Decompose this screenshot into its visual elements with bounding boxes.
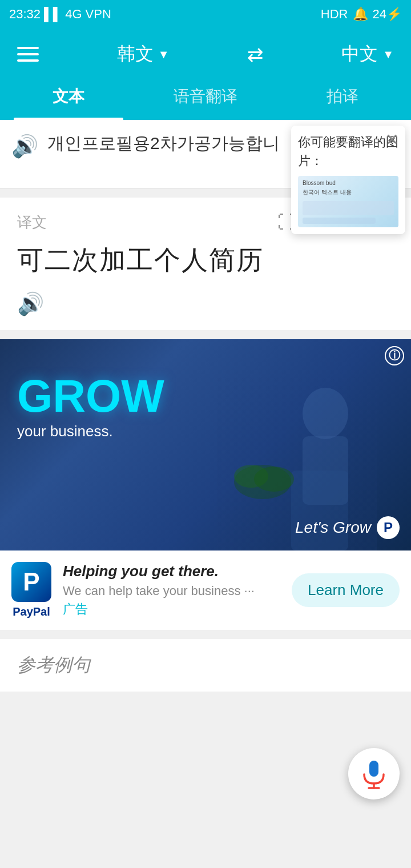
examples-label: 参考例句 <box>17 654 90 675</box>
source-lang-label: 韩文 <box>117 42 154 67</box>
tab-photo-label: 拍译 <box>327 86 358 114</box>
tooltip-message: 你可能要翻译的图片： <box>298 132 398 170</box>
ad-copy-block: Helping you get there. We can help take … <box>63 562 280 618</box>
paypal-text: PayPal <box>13 605 50 618</box>
ad-headline: Helping you get there. <box>63 562 280 580</box>
target-lang-dropdown-icon: ▼ <box>382 48 394 61</box>
ad-paypal-logo-small: P <box>377 516 400 539</box>
tooltip-screenshot-preview[interactable]: Blossom bud 한국어 텍스트 내용 <box>298 176 398 227</box>
svg-point-5 <box>254 467 294 492</box>
examples-section: 参考例句 <box>0 639 411 692</box>
tab-text[interactable]: 文本 <box>0 80 137 120</box>
tab-photo[interactable]: 拍译 <box>274 80 411 120</box>
ad-grow-text-block: GROW your business. <box>17 373 164 440</box>
learn-more-button[interactable]: Learn More <box>292 573 400 607</box>
ad-lets-grow-area: Let's Grow P <box>295 516 400 539</box>
status-bar: 23:32 ▌▌ 4G VPN HDR 🔔 24⚡ <box>0 0 411 29</box>
translation-result-text: 可二次加工个人简历 <box>17 243 394 278</box>
input-sound-icon[interactable]: 🔊 <box>11 134 38 159</box>
ad-label-guanggao: 广告 <box>63 601 280 618</box>
tooltip-close-button[interactable]: ✕ <box>385 130 398 149</box>
translation-label: 译文 <box>17 212 47 232</box>
ad-info-icon[interactable]: ⓘ <box>385 346 404 365</box>
svg-point-0 <box>303 388 348 439</box>
ad-grow-title: GROW <box>17 373 164 419</box>
ad-lets-grow-text: Let's Grow <box>295 519 371 537</box>
ad-bottom-section: P PayPal Helping you get there. We can h… <box>0 550 411 630</box>
target-lang-selector[interactable]: 中文 ▼ <box>341 42 394 67</box>
paypal-p-icon: P <box>11 562 51 602</box>
volume-icon: 🔔 <box>353 7 368 22</box>
status-left: 23:32 ▌▌ 4G VPN <box>9 7 111 22</box>
hdr-badge: HDR <box>321 7 348 22</box>
time-display: 23:32 <box>9 7 41 22</box>
tooltip-img-text: 한국어 텍스트 내용 <box>303 188 352 196</box>
swap-languages-button[interactable]: ⇄ <box>247 43 263 66</box>
top-bar: 韩文 ▼ ⇄ 中文 ▼ <box>0 29 411 80</box>
svg-rect-6 <box>369 761 378 777</box>
network-type: 4G <box>65 7 82 22</box>
tab-bar: 文本 语音翻译 拍译 <box>0 80 411 120</box>
status-right: HDR 🔔 24⚡ <box>321 7 402 22</box>
battery-display: 24⚡ <box>373 7 402 22</box>
target-lang-label: 中文 <box>341 42 378 67</box>
signal-icon: ▌▌ <box>44 7 62 22</box>
translation-sound-icon[interactable]: 🔊 <box>17 292 44 316</box>
tab-text-label: 文本 <box>53 86 84 114</box>
microphone-fab[interactable] <box>348 748 400 799</box>
tooltip-img-title: Blossom bud <box>303 179 336 187</box>
image-translate-tooltip: ✕ 你可能要翻译的图片： Blossom bud 한국어 텍스트 내용 <box>291 126 405 234</box>
source-lang-selector[interactable]: 韩文 ▼ <box>117 42 170 67</box>
ad-grow-subtitle: your business. <box>17 423 164 440</box>
vpn-indicator: VPN <box>86 7 111 22</box>
ad-section: ⓘ GROW your business. Let's Grow P <box>0 339 411 630</box>
input-section: 🔊 개인프로필용2차가공가능합니 ✕ 你可能要翻译的图片： Blossom bu… <box>0 120 411 188</box>
mic-icon <box>358 758 389 789</box>
tab-voice[interactable]: 语音翻译 <box>137 80 274 120</box>
paypal-logo-block: P PayPal <box>11 562 51 618</box>
ad-subtext: We can help take your business ··· <box>63 584 280 598</box>
menu-button[interactable] <box>17 47 39 62</box>
tab-voice-label: 语音翻译 <box>174 86 237 114</box>
ad-banner-image[interactable]: ⓘ GROW your business. Let's Grow P <box>0 339 411 550</box>
source-lang-dropdown-icon: ▼ <box>158 48 170 61</box>
